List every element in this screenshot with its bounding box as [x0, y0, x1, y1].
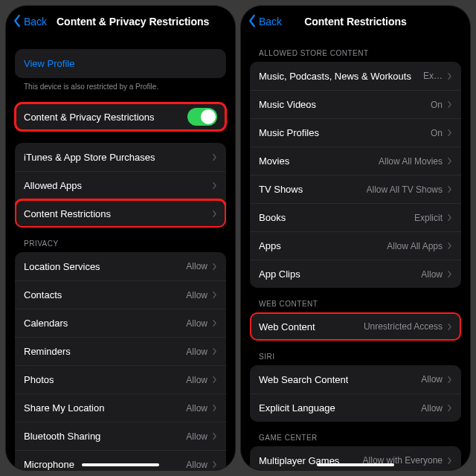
row-right [212, 153, 217, 161]
row-right: Ex… [423, 71, 452, 81]
settings-row[interactable]: Web ContentUnrestricted Access [250, 312, 461, 341]
row-right [212, 181, 217, 190]
settings-row[interactable]: MoviesAllow All Movies [250, 147, 461, 175]
settings-row[interactable]: Location ServicesAllow [15, 252, 226, 280]
web-header: WEB CONTENT [250, 300, 461, 312]
row-right: Allow [186, 460, 217, 470]
row-right: Explicit [414, 213, 452, 223]
back-button[interactable]: Back [247, 14, 282, 30]
chevron-right-icon [212, 153, 217, 161]
row-detail: Unrestricted Access [364, 321, 443, 332]
settings-row[interactable]: PhotosAllow [15, 365, 226, 393]
settings-row[interactable]: AppsAllow All Apps [250, 231, 461, 260]
row-label: Web Content [259, 321, 315, 332]
chevron-right-icon [212, 181, 217, 190]
chevron-right-icon [447, 185, 452, 193]
settings-row[interactable]: App ClipsAllow [250, 260, 461, 288]
row-right: Unrestricted Access [364, 321, 452, 332]
row-right: Allow [421, 374, 452, 385]
row-label: Calendars [24, 318, 68, 329]
settings-row[interactable]: Share My LocationAllow [15, 393, 226, 422]
settings-row[interactable]: CalendarsAllow [15, 309, 226, 337]
back-chevron-icon [12, 14, 22, 30]
settings-row[interactable]: RemindersAllow [15, 337, 226, 365]
master-toggle-switch[interactable] [187, 108, 217, 126]
row-right: Allow All Movies [379, 156, 452, 167]
row-detail: On [431, 100, 443, 110]
chevron-right-icon [212, 291, 217, 299]
row-right: Allow [421, 269, 452, 280]
chevron-right-icon [212, 460, 217, 469]
back-label: Back [259, 16, 282, 28]
store-header: ALLOWED STORE CONTENT [250, 49, 461, 62]
row-detail: Allow [421, 269, 443, 280]
row-detail: Ex… [423, 71, 443, 81]
row-detail: Allow [421, 374, 443, 385]
row-right: On [431, 128, 452, 138]
chevron-right-icon [212, 404, 217, 412]
phone-left: Back Content & Privacy Restrictions View… [6, 6, 235, 470]
row-label: Books [259, 212, 286, 223]
settings-row[interactable]: Music ProfilesOn [250, 118, 461, 147]
profile-caption: This device is also restricted by a Prof… [15, 78, 226, 91]
settings-row[interactable]: iTunes & App Store Purchases [15, 143, 226, 171]
master-toggle-row[interactable]: Content & Privacy Restrictions [15, 103, 226, 131]
row-label: Apps [259, 240, 281, 251]
settings-row[interactable]: Allowed Apps [15, 171, 226, 199]
row-label: Allowed Apps [24, 180, 82, 191]
row-detail: Explicit [414, 213, 443, 223]
settings-row[interactable]: Web Search ContentAllow [250, 365, 461, 393]
row-label: Explicit Language [259, 402, 335, 414]
row-detail: Allow [186, 261, 208, 271]
siri-card: Web Search ContentAllowExplicit Language… [250, 365, 461, 422]
privacy-header: PRIVACY [15, 239, 226, 252]
settings-row[interactable]: Music VideosOn [250, 90, 461, 118]
row-label: Music, Podcasts, News & Workouts [259, 71, 411, 82]
row-label: Music Videos [259, 99, 316, 110]
chevron-right-icon [447, 242, 452, 250]
row-right: Allow [186, 318, 217, 329]
chevron-right-icon [447, 100, 452, 109]
home-indicator[interactable] [317, 463, 394, 466]
siri-header: SIRI [250, 353, 461, 365]
settings-row[interactable]: Explicit LanguageAllow [250, 393, 461, 422]
content-scroll[interactable]: ALLOWED STORE CONTENT Music, Podcasts, N… [241, 37, 470, 470]
row-detail: Allow [186, 375, 208, 385]
row-detail: Allow [186, 431, 208, 442]
row-label: Reminders [24, 346, 71, 357]
settings-row[interactable]: BooksExplicit [250, 203, 461, 231]
main-card: iTunes & App Store PurchasesAllowed Apps… [15, 143, 226, 228]
settings-row[interactable]: MicrophoneAllow [15, 450, 226, 470]
row-detail: Allow [186, 347, 208, 357]
chevron-right-icon [212, 319, 217, 327]
back-button[interactable]: Back [12, 14, 47, 30]
row-right: Allow [421, 403, 452, 414]
view-profile-link[interactable]: View Profile [15, 49, 226, 78]
row-right [212, 210, 217, 218]
nav-bar: Back Content Restrictions [241, 6, 470, 37]
row-right: Allow [186, 347, 217, 357]
chevron-right-icon [212, 432, 217, 440]
row-label: iTunes & App Store Purchases [24, 152, 155, 163]
row-right: Allow [186, 431, 217, 442]
settings-row[interactable]: Music, Podcasts, News & WorkoutsEx… [250, 62, 461, 90]
chevron-right-icon [212, 263, 217, 271]
settings-row[interactable]: Multiplayer GamesAllow with Everyone [250, 446, 461, 470]
chevron-right-icon [447, 157, 452, 165]
row-detail: Allow [186, 460, 208, 470]
chevron-right-icon [447, 376, 452, 384]
settings-row[interactable]: TV ShowsAllow All TV Shows [250, 175, 461, 203]
row-right: Allow [186, 290, 217, 300]
row-label: App Clips [259, 268, 300, 280]
settings-row[interactable]: Content Restrictions [15, 199, 226, 228]
settings-row[interactable]: Bluetooth SharingAllow [15, 422, 226, 450]
row-label: TV Shows [259, 184, 303, 195]
home-indicator[interactable] [82, 463, 159, 466]
game-card: Multiplayer GamesAllow with Everyone [250, 446, 461, 470]
settings-row[interactable]: ContactsAllow [15, 280, 226, 309]
content-scroll[interactable]: View Profile This device is also restric… [6, 37, 235, 470]
chevron-right-icon [212, 376, 217, 384]
row-detail: Allow All Apps [387, 241, 443, 251]
row-label: Location Services [24, 261, 100, 272]
game-header: GAME CENTER [250, 434, 461, 446]
